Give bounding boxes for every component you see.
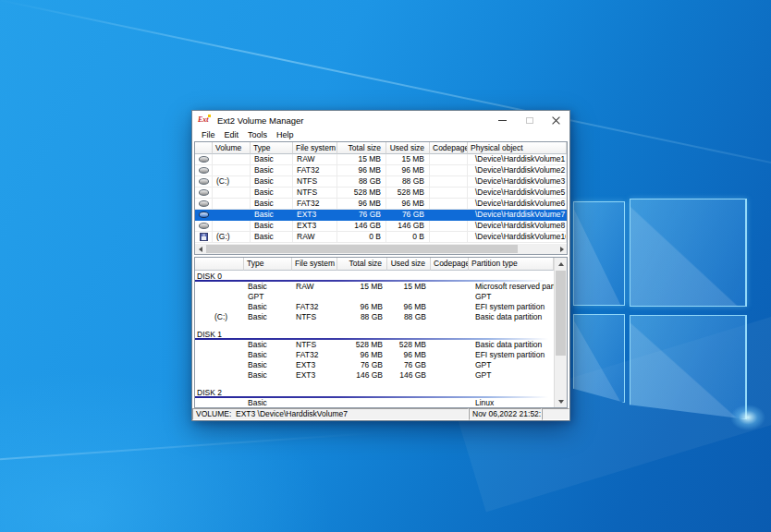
scroll-up-button[interactable] — [555, 258, 567, 270]
hard-disk-icon — [199, 223, 209, 229]
scroll-down-button[interactable] — [555, 395, 567, 407]
disk-header-total-size[interactable]: Total size — [337, 258, 387, 271]
volume-header-codepage[interactable]: Codepage — [430, 142, 468, 154]
volume-header-icon[interactable] — [195, 142, 213, 154]
hard-disk-icon — [199, 212, 209, 218]
volume-list-header: VolumeTypeFile systemTotal sizeUsed size… — [195, 142, 567, 154]
volume-row[interactable]: BasicEXT376 GB76 GB\Device\HarddiskVolum… — [195, 210, 567, 221]
menu-bar: FileEditToolsHelp — [192, 129, 569, 141]
volume-row[interactable]: (C:)BasicNTFS88 GB88 GB\Device\HarddiskV… — [195, 176, 567, 187]
disk-header-partition-type[interactable]: Partition type — [469, 258, 554, 271]
volume-list: VolumeTypeFile systemTotal sizeUsed size… — [194, 141, 568, 255]
menu-tools[interactable]: Tools — [243, 129, 272, 141]
status-volume-text: VOLUME: EXT3 \Device\HarddiskVolume7 — [192, 408, 469, 420]
horizontal-scrollbar[interactable] — [195, 244, 567, 254]
volume-header-physical-object[interactable]: Physical object — [468, 142, 567, 154]
windows-logo-pane — [573, 201, 625, 306]
volume-header-file-system[interactable]: File system — [293, 142, 337, 154]
ext2-volume-manager-window: Ext Ext2 Volume Manager FileEditToolsHel… — [191, 110, 570, 421]
status-bar: VOLUME: EXT3 \Device\HarddiskVolume7 Nov… — [192, 408, 569, 420]
vertical-scroll-thumb[interactable] — [556, 271, 566, 356]
hard-disk-icon — [199, 156, 209, 163]
status-datetime: Nov 06,2022 21:52:01 — [469, 408, 542, 420]
volume-header-type[interactable]: Type — [251, 142, 293, 154]
volume-row[interactable]: BasicRAW15 MB15 MB\Device\HarddiskVolume… — [195, 154, 567, 165]
windows-logo-pane — [573, 314, 625, 403]
partition-row[interactable]: GPTGPT — [195, 292, 554, 302]
close-button[interactable] — [543, 111, 569, 129]
partition-row[interactable]: BasicNTFS528 MB528 MBBasic data partitio… — [195, 340, 554, 350]
hard-disk-icon — [199, 200, 209, 207]
menu-help[interactable]: Help — [272, 129, 299, 141]
maximize-icon — [526, 117, 533, 124]
volume-row[interactable]: (G:)BasicRAW0 B0 B\Device\HarddiskVolume… — [195, 232, 567, 243]
right-arrow-icon — [560, 247, 567, 252]
group-underline — [195, 396, 552, 398]
up-arrow-icon — [558, 260, 564, 266]
hard-disk-icon — [199, 167, 209, 174]
vertical-scrollbar[interactable] — [554, 258, 567, 407]
volume-header-used-size[interactable]: Used size — [386, 142, 430, 154]
logo-glow — [730, 405, 765, 430]
partition-row[interactable]: BasicRAW15 MB15 MBMicrosoft reserved par… — [195, 282, 554, 292]
disk-group-label: DISK 0 — [195, 272, 554, 282]
volume-list-body: BasicRAW15 MB15 MB\Device\HarddiskVolume… — [195, 154, 567, 243]
disk-list-body: DISK 0BasicRAW15 MB15 MBMicrosoft reserv… — [195, 271, 554, 407]
volume-row[interactable]: BasicNTFS528 MB528 MB\Device\HarddiskVol… — [195, 187, 567, 199]
menu-file[interactable]: File — [197, 129, 220, 141]
scroll-right-button[interactable] — [557, 244, 567, 254]
window-controls — [489, 111, 569, 129]
volume-header-volume[interactable]: Volume — [213, 142, 251, 154]
disk-header-blank[interactable] — [195, 258, 244, 271]
windows-logo — [568, 194, 762, 425]
hard-disk-icon — [199, 178, 209, 185]
left-arrow-icon — [196, 247, 202, 252]
minimize-button[interactable] — [489, 111, 516, 129]
light-beam — [0, 432, 376, 461]
app-icon-dot — [208, 115, 211, 117]
disk-header-type[interactable]: Type — [244, 258, 292, 271]
floppy-disk-icon — [200, 233, 208, 241]
disk-header-codepage[interactable]: Codepage — [431, 258, 469, 271]
partition-row[interactable]: BasicFAT3296 MB96 MBEFI system partition — [195, 350, 554, 360]
status-resize-grip — [542, 408, 569, 420]
windows-logo-pane — [630, 315, 747, 419]
disk-group-label: DISK 1 — [195, 330, 554, 340]
partition-row[interactable]: BasicFAT3296 MB96 MBEFI system partition — [195, 302, 554, 312]
window-title: Ext2 Volume Manager — [217, 115, 303, 126]
group-underline — [195, 338, 552, 340]
volume-row[interactable]: BasicFAT3296 MB96 MB\Device\HarddiskVolu… — [195, 199, 567, 210]
disk-header-used-size[interactable]: Used size — [387, 258, 431, 271]
close-icon — [552, 116, 560, 125]
volume-row[interactable]: BasicEXT3146 GB146 GB\Device\HarddiskVol… — [195, 221, 567, 232]
disk-list-header: TypeFile systemTotal sizeUsed sizeCodepa… — [195, 258, 554, 271]
horizontal-scroll-thumb[interactable] — [206, 245, 518, 253]
windows-logo-pane — [630, 199, 747, 307]
maximize-button[interactable] — [516, 111, 543, 129]
menu-edit[interactable]: Edit — [220, 129, 244, 141]
hard-disk-icon — [199, 189, 209, 196]
disk-header-file-system[interactable]: File system — [292, 258, 337, 271]
partition-row[interactable]: BasicLinux — [195, 398, 554, 407]
minimize-icon — [498, 120, 507, 121]
group-underline — [195, 280, 552, 282]
app-icon: Ext — [198, 115, 213, 126]
volume-row[interactable]: BasicFAT3296 MB96 MB\Device\HarddiskVolu… — [195, 165, 567, 176]
partition-row[interactable]: (C:)BasicNTFS88 GB88 GBBasic data partit… — [195, 312, 554, 322]
scroll-left-button[interactable] — [195, 244, 205, 254]
title-bar[interactable]: Ext Ext2 Volume Manager — [192, 111, 569, 129]
volume-header-total-size[interactable]: Total size — [337, 142, 386, 154]
partition-row[interactable]: BasicEXT3146 GB146 GBGPT — [195, 370, 554, 381]
down-arrow-icon — [558, 400, 564, 406]
disk-list: TypeFile systemTotal sizeUsed sizeCodepa… — [194, 257, 568, 408]
partition-row[interactable]: BasicEXT376 GB76 GBGPT — [195, 360, 554, 370]
disk-group-label: DISK 2 — [195, 388, 554, 398]
